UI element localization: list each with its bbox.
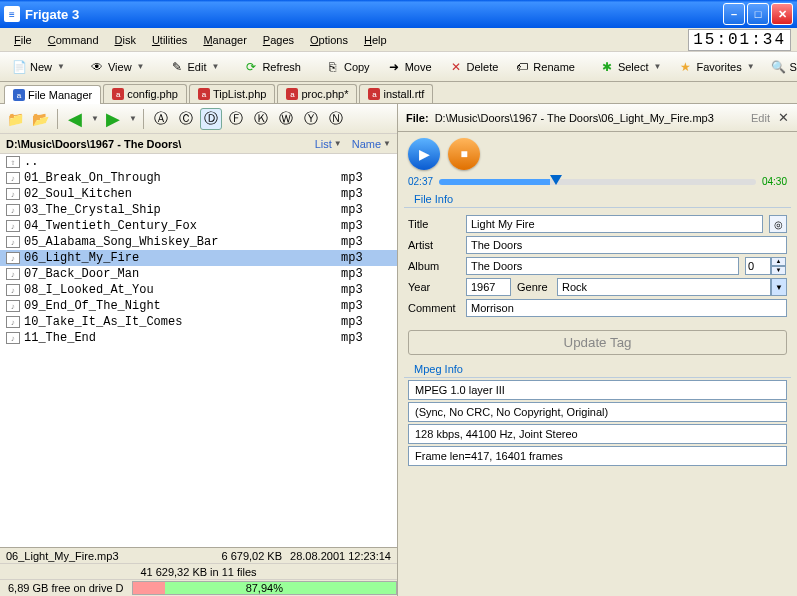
drive-w-icon[interactable]: Ⓦ (275, 108, 297, 130)
panel-close-icon[interactable]: ✕ (778, 110, 789, 125)
drive-c-icon[interactable]: Ⓒ (175, 108, 197, 130)
menu-help[interactable]: Help (356, 31, 395, 49)
tab-install-rtf[interactable]: ainstall.rtf (359, 84, 433, 103)
drive-f-icon[interactable]: Ⓕ (225, 108, 247, 130)
file-row[interactable]: ♪04_Twentieth_Century_Foxmp3 (0, 218, 397, 234)
rename-button[interactable]: 🏷Rename (507, 56, 582, 78)
edit-link[interactable]: Edit (751, 112, 770, 124)
update-tag-button[interactable]: Update Tag (408, 330, 787, 355)
edit-button[interactable]: ✎Edit▼ (162, 56, 227, 78)
forward-icon[interactable]: ▶ (102, 108, 124, 130)
tab-proc-php-[interactable]: aproc.php* (277, 84, 357, 103)
menu-manager[interactable]: Manager (195, 31, 254, 49)
path-bar: D:\Music\Doors\1967 - The Doors\ List ▼ … (0, 134, 397, 154)
file-icon: ♪ (6, 300, 20, 312)
file-icon: ♪ (6, 172, 20, 184)
menu-disk[interactable]: Disk (107, 31, 144, 49)
main-toolbar: 📄New▼ 👁View▼ ✎Edit▼ ⟳Refresh ⎘Copy ➜Move… (0, 52, 797, 82)
progress-slider[interactable] (439, 179, 756, 185)
drive-net-icon[interactable]: Ⓝ (325, 108, 347, 130)
genre-combo[interactable]: ▼ (557, 278, 787, 296)
search-icon: 🔍 (771, 59, 787, 75)
file-row[interactable]: ♪03_The_Crystal_Shipmp3 (0, 202, 397, 218)
fileinfo-section: File Info (404, 191, 791, 208)
file-row[interactable]: ♪09_End_Of_The_Nightmp3 (0, 298, 397, 314)
favorites-button[interactable]: ★Favorites▼ (670, 56, 761, 78)
chevron-down-icon[interactable]: ▼ (129, 114, 137, 123)
file-row[interactable]: ♪08_I_Looked_At_Yoump3 (0, 282, 397, 298)
select-button[interactable]: ✱Select▼ (592, 56, 669, 78)
status-bar: 06_Light_My_Fire.mp3 6 679,02 KB 28.08.2… (0, 547, 397, 596)
artist-field[interactable] (466, 236, 787, 254)
tab-file-manager[interactable]: aFile Manager (4, 85, 101, 104)
file-row[interactable]: ♪07_Back_Door_Manmp3 (0, 266, 397, 282)
move-button[interactable]: ➜Move (379, 56, 439, 78)
menu-options[interactable]: Options (302, 31, 356, 49)
play-button[interactable]: ▶ (408, 138, 440, 170)
spin-down-icon[interactable]: ▼ (771, 266, 786, 275)
app-icon: ≡ (4, 6, 20, 22)
copy-button[interactable]: ⎘Copy (318, 56, 377, 78)
minimize-button[interactable]: – (723, 3, 745, 25)
updir-icon: ⇧ (6, 156, 20, 168)
comment-field[interactable] (466, 299, 787, 317)
track-field[interactable] (745, 257, 771, 275)
file-row[interactable]: ♪02_Soul_Kitchenmp3 (0, 186, 397, 202)
genre-field[interactable] (557, 278, 771, 296)
menu-utilities[interactable]: Utilities (144, 31, 195, 49)
edit-icon: ✎ (169, 59, 185, 75)
view-button[interactable]: 👁View▼ (82, 56, 152, 78)
file-icon: ♪ (6, 220, 20, 232)
spin-up-icon[interactable]: ▲ (771, 257, 786, 266)
maximize-button[interactable]: □ (747, 3, 769, 25)
menu-pages[interactable]: Pages (255, 31, 302, 49)
file-icon: ♪ (6, 236, 20, 248)
tab-config-php[interactable]: aconfig.php (103, 84, 187, 103)
search-button[interactable]: 🔍Search (764, 56, 797, 78)
close-button[interactable]: ✕ (771, 3, 793, 25)
mpeg-info-line: (Sync, No CRC, No Copyright, Original) (408, 402, 787, 422)
file-row[interactable]: ♪06_Light_My_Firemp3 (0, 250, 397, 266)
drive-k-icon[interactable]: Ⓚ (250, 108, 272, 130)
new-button[interactable]: 📄New▼ (4, 56, 72, 78)
file-row[interactable]: ♪10_Take_It_As_It_Comesmp3 (0, 314, 397, 330)
rename-icon: 🏷 (514, 59, 530, 75)
file-icon: a (198, 88, 210, 100)
file-icon: ♪ (6, 284, 20, 296)
chevron-down-icon: ▼ (137, 62, 145, 71)
drive-d-icon[interactable]: Ⓓ (200, 108, 222, 130)
album-field[interactable] (466, 257, 739, 275)
stop-button[interactable]: ■ (448, 138, 480, 170)
mpeg-info-line: 128 kbps, 44100 Hz, Joint Stereo (408, 424, 787, 444)
menu-command[interactable]: Command (40, 31, 107, 49)
file-list[interactable]: ⇧..♪01_Break_On_Throughmp3♪02_Soul_Kitch… (0, 154, 397, 547)
drive-y-icon[interactable]: Ⓨ (300, 108, 322, 130)
file-icon: a (286, 88, 298, 100)
nav-toolbar: 📁 📂 ◀▼ ▶▼ Ⓐ Ⓒ Ⓓ Ⓕ Ⓚ Ⓦ Ⓨ Ⓝ (0, 104, 397, 134)
file-icon: ♪ (6, 252, 20, 264)
updir-row[interactable]: ⇧.. (0, 154, 397, 170)
year-field[interactable] (466, 278, 511, 296)
progress-bar-row: 02:37 04:30 (398, 176, 797, 191)
drive-a-icon[interactable]: Ⓐ (150, 108, 172, 130)
lookup-icon[interactable]: ◎ (769, 215, 787, 233)
file-icon: a (112, 88, 124, 100)
file-row[interactable]: ♪11_The_Endmp3 (0, 330, 397, 346)
list-mode-button[interactable]: List ▼ (315, 138, 342, 150)
chevron-down-icon[interactable]: ▼ (771, 278, 787, 296)
back-icon[interactable]: ◀ (64, 108, 86, 130)
chevron-down-icon[interactable]: ▼ (91, 114, 99, 123)
folder-icon[interactable]: 📂 (29, 108, 51, 130)
track-spinner[interactable]: ▲▼ (745, 257, 787, 275)
menu-file[interactable]: File (6, 31, 40, 49)
sort-name-button[interactable]: Name ▼ (352, 138, 391, 150)
progress-handle[interactable] (550, 175, 562, 185)
file-icon: a (13, 89, 25, 101)
tab-tiplist-php[interactable]: aTipList.php (189, 84, 275, 103)
delete-button[interactable]: ✕Delete (441, 56, 506, 78)
refresh-button[interactable]: ⟳Refresh (236, 56, 308, 78)
title-field[interactable] (466, 215, 763, 233)
file-row[interactable]: ♪01_Break_On_Throughmp3 (0, 170, 397, 186)
file-row[interactable]: ♪05_Alabama_Song_Whiskey_Barmp3 (0, 234, 397, 250)
up-icon[interactable]: 📁 (4, 108, 26, 130)
